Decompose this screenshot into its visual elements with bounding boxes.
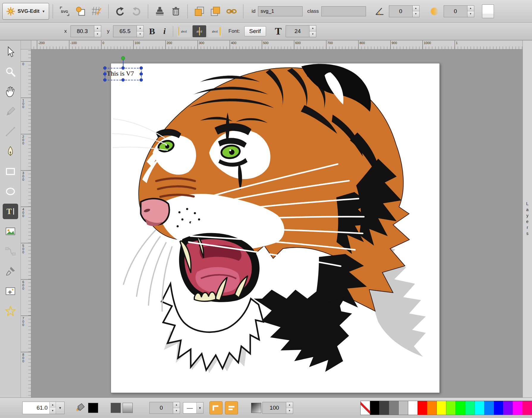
x-up-button[interactable]: ▲ <box>94 26 101 32</box>
move-top-button[interactable] <box>208 4 223 18</box>
anchor-end-button[interactable]: abcd <box>208 25 222 37</box>
blur-up-button[interactable]: ▲ <box>467 6 474 12</box>
selection-handle-se[interactable] <box>140 78 143 82</box>
link-button[interactable] <box>224 4 239 18</box>
palette-swatch[interactable] <box>360 401 370 415</box>
bold-button[interactable]: B <box>149 26 155 36</box>
selection-handle-sw[interactable] <box>103 78 107 82</box>
grid-snap-button[interactable] <box>90 4 104 18</box>
anchor-middle-button[interactable]: abcd <box>193 25 206 37</box>
palette-swatch[interactable] <box>494 401 503 415</box>
text-tool-button[interactable]: T <box>3 204 18 219</box>
opacity-value[interactable]: 100 <box>262 402 286 414</box>
ellipse-tool-button[interactable] <box>3 184 18 199</box>
palette-swatch[interactable] <box>427 401 437 415</box>
stroke-color-swatch[interactable] <box>111 403 121 413</box>
font-size-up-button[interactable]: ▲ <box>309 26 316 32</box>
rect-tool-button[interactable] <box>3 164 18 179</box>
main-menu-button[interactable]: SVG-Edit ▼ <box>2 3 49 20</box>
selection-handle-w[interactable] <box>103 72 107 76</box>
y-value[interactable]: 65.5 <box>113 25 137 37</box>
font-family-button[interactable]: Serif <box>244 26 266 36</box>
stroke-width-up-button[interactable]: ▲ <box>173 402 180 408</box>
palette-swatch[interactable] <box>379 401 389 415</box>
palette-swatch[interactable] <box>417 401 427 415</box>
zoom-up-button[interactable]: ▲ <box>50 402 56 408</box>
clone-button[interactable] <box>153 4 167 18</box>
palette-swatch[interactable] <box>408 401 418 415</box>
palette-swatch[interactable] <box>484 401 494 415</box>
class-input[interactable] <box>321 6 366 16</box>
blur-icon <box>427 4 442 18</box>
linejoin-button[interactable] <box>209 401 223 414</box>
palette-swatch[interactable] <box>398 401 408 415</box>
canvas-workspace[interactable]: This is V7 <box>31 49 522 397</box>
selection-handle-nw[interactable] <box>103 66 107 70</box>
image-tool-button[interactable] <box>3 224 18 239</box>
palette-swatch[interactable] <box>503 401 513 415</box>
blur-value[interactable]: 0 <box>444 5 467 17</box>
angle-down-button[interactable]: ▼ <box>413 11 419 17</box>
stroke-width-down-button[interactable]: ▼ <box>173 408 180 414</box>
rotate-handle[interactable] <box>121 56 125 60</box>
stroke-gradient-swatch[interactable] <box>123 403 133 413</box>
angle-icon <box>373 4 387 18</box>
delete-button[interactable] <box>169 4 183 18</box>
palette-swatch[interactable] <box>446 401 456 415</box>
pencil-tool-button[interactable] <box>3 104 18 119</box>
palette-swatch[interactable] <box>522 401 532 415</box>
opacity-spinner: 100 ▲ ▼ <box>262 402 293 414</box>
zoom-value[interactable]: 61.0 <box>23 402 49 414</box>
palette-swatch[interactable] <box>456 401 465 415</box>
line-tool-button[interactable] <box>3 124 18 139</box>
y-down-button[interactable]: ▼ <box>137 32 143 37</box>
fill-color-swatch[interactable] <box>88 403 98 413</box>
id-input[interactable] <box>258 6 303 16</box>
star-tool-button[interactable] <box>3 303 18 319</box>
background-swatch[interactable] <box>482 4 494 18</box>
palette-swatch[interactable] <box>475 401 484 415</box>
connector-tool-button[interactable] <box>3 244 18 259</box>
linecap-button[interactable] <box>225 401 238 414</box>
palette-swatch[interactable] <box>513 401 522 415</box>
zoom-dropdown-button[interactable]: ▼ <box>56 402 64 414</box>
palette-swatch[interactable] <box>465 401 475 415</box>
svg-source-button[interactable]: SVG <box>57 4 72 18</box>
pan-tool-button[interactable] <box>3 84 18 99</box>
palette-swatch[interactable] <box>389 401 399 415</box>
tiger-artwork[interactable] <box>111 63 439 393</box>
font-size-value[interactable]: 24 <box>286 25 309 37</box>
x-down-button[interactable]: ▼ <box>94 32 101 37</box>
svg-canvas[interactable] <box>111 63 440 393</box>
dash-style-select[interactable]: — ▼ <box>183 402 204 414</box>
select-tool-button[interactable] <box>3 44 18 60</box>
path-tool-button[interactable] <box>3 144 18 159</box>
selection-handle-e[interactable] <box>140 72 143 76</box>
library-tool-button[interactable] <box>3 283 18 299</box>
italic-button[interactable]: i <box>163 26 166 36</box>
eyedropper-tool-button[interactable] <box>3 263 18 279</box>
layers-panel-toggle[interactable]: Layers <box>522 40 532 397</box>
palette-swatch[interactable] <box>370 401 380 415</box>
x-value[interactable]: 80.3 <box>71 25 94 37</box>
move-bottom-button[interactable] <box>192 4 206 18</box>
zoom-tool-button[interactable] <box>3 64 18 79</box>
palette-swatch[interactable] <box>436 401 446 415</box>
y-up-button[interactable]: ▲ <box>137 26 143 32</box>
blur-down-button[interactable]: ▼ <box>467 11 474 17</box>
stroke-width-value[interactable]: 0 <box>149 402 173 414</box>
shape-library-button[interactable] <box>73 4 88 18</box>
selected-text-element[interactable]: This is V7 <box>107 70 134 77</box>
selection-handle-n[interactable] <box>121 66 125 70</box>
redo-button[interactable] <box>129 4 143 18</box>
zoom-down-button[interactable]: ▼ <box>50 408 56 414</box>
undo-button[interactable] <box>113 4 127 18</box>
anchor-start-button[interactable]: abcd <box>177 25 191 37</box>
selection-handle-ne[interactable] <box>140 66 143 70</box>
angle-up-button[interactable]: ▲ <box>413 6 419 12</box>
opacity-up-button[interactable]: ▲ <box>286 402 293 408</box>
opacity-down-button[interactable]: ▼ <box>286 408 293 414</box>
font-size-down-button[interactable]: ▼ <box>309 32 316 37</box>
angle-value[interactable]: 0 <box>389 5 413 17</box>
selection-handle-s[interactable] <box>121 78 125 82</box>
